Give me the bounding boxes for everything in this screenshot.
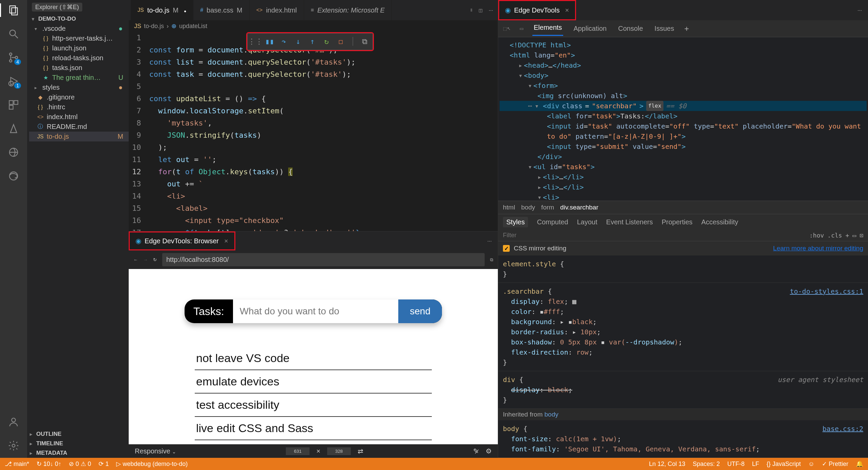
more-icon[interactable]: ⋯	[489, 8, 493, 13]
run-debug-icon[interactable]: 1	[7, 74, 20, 88]
listeners-tab[interactable]: Event Listeners	[606, 218, 653, 226]
forward-icon[interactable]: →	[143, 257, 148, 262]
edge-icon[interactable]	[7, 169, 20, 183]
eol-status[interactable]: LF	[752, 461, 759, 468]
mirror-link[interactable]: Learn more about mirror editing	[773, 245, 863, 252]
filter-input[interactable]	[503, 232, 806, 239]
split-icon[interactable]: ◫	[479, 8, 483, 13]
accessibility-tab[interactable]: Accessibility	[701, 218, 738, 226]
file-hintrc[interactable]: { }.hintrc	[29, 102, 129, 112]
tab-devtools[interactable]: ◉Edge DevTools×	[498, 0, 576, 20]
folder-styles[interactable]: styles●	[29, 83, 129, 92]
hov-toggle[interactable]: :hov	[809, 232, 824, 239]
explorer-icon[interactable]	[7, 3, 20, 17]
elements-tab[interactable]: Elements	[532, 22, 563, 36]
cls-toggle[interactable]: .cls	[827, 232, 842, 239]
prettier-status[interactable]: ✓ Prettier	[822, 460, 848, 468]
stop-icon[interactable]: ◻	[336, 37, 345, 46]
file-readme[interactable]: ⓘREADME.md	[29, 122, 129, 132]
drag-handle-icon[interactable]: ⋮⋮	[251, 37, 260, 46]
file-launch[interactable]: { }launch.json	[29, 43, 129, 53]
console-tab[interactable]: Console	[617, 23, 644, 35]
ports-status[interactable]: ⟳ 1	[99, 460, 109, 468]
styles-tab[interactable]: Styles	[503, 217, 528, 227]
wand-icon[interactable]: ✎̷	[473, 447, 479, 455]
searchbar-rule-block[interactable]: to-do-styles.css:1 .searchbar { display:…	[498, 283, 868, 371]
div-ua-block[interactable]: user agent stylesheet div { display: blo…	[498, 371, 868, 409]
computed-tab[interactable]: Computed	[537, 218, 568, 226]
settings-icon[interactable]	[7, 439, 20, 452]
properties-tab[interactable]: Properties	[662, 218, 693, 226]
debug-toolbar[interactable]: ⋮⋮ ▮▮ ↷ ↓ ↑ ↻ ◻ │ ⧉	[247, 33, 373, 50]
swap-icon[interactable]: ⇄	[358, 447, 363, 455]
feedback-icon[interactable]: ☺	[808, 461, 814, 468]
layout-tab[interactable]: Layout	[577, 218, 597, 226]
dom-breadcrumb[interactable]: htmlbodyformdiv.searchbar	[498, 201, 868, 214]
list-item[interactable]: not leave VS code	[195, 347, 432, 370]
list-item[interactable]: test accessibility	[195, 394, 432, 417]
more-icon[interactable]: ⋯	[487, 239, 492, 244]
encoding-status[interactable]: UTF-8	[727, 461, 745, 468]
project-root[interactable]: DEMO-TO-DO	[29, 14, 129, 24]
inspect-icon[interactable]: ⬚↖	[503, 26, 511, 31]
device-icon[interactable]: ▭	[852, 232, 856, 239]
source-control-icon[interactable]: 4	[7, 51, 20, 64]
remote-icon[interactable]	[7, 146, 20, 159]
indent-status[interactable]: Spaces: 2	[693, 461, 720, 468]
send-button[interactable]: send	[398, 299, 442, 323]
debug-status[interactable]: ▷ webdebug (demo-to-do)	[116, 460, 188, 468]
tab-extension[interactable]: ≡Extension: Microsoft E	[304, 0, 392, 20]
breadcrumb[interactable]: JSto-do.js›⊕updateList	[129, 20, 498, 32]
responsive-dropdown[interactable]: Responsive ⌄	[135, 447, 176, 455]
element-style-block[interactable]: element.style {}	[498, 255, 868, 283]
file-gitignore[interactable]: ◆.gitignore	[29, 92, 129, 102]
restart-icon[interactable]: ↻	[322, 37, 331, 46]
outline-section[interactable]: OUTLINE	[27, 429, 129, 439]
extensions-icon[interactable]	[7, 98, 20, 112]
height-input[interactable]	[327, 447, 351, 455]
bell-icon[interactable]: 🔔	[856, 460, 863, 468]
file-index[interactable]: <>index.html	[29, 112, 129, 122]
step-over-icon[interactable]: ↷	[279, 37, 288, 46]
screencast-icon[interactable]: ⧉	[360, 37, 369, 46]
tab-index[interactable]: <>index.html	[250, 0, 304, 20]
sync-status[interactable]: ↻ 10↓ 0↑	[37, 460, 61, 468]
more-icon[interactable]: ⋯	[858, 8, 862, 13]
code-editor[interactable]: 1234567891011121314151617 const form = d…	[129, 32, 498, 231]
list-item[interactable]: live edit CSS and Sass	[195, 417, 432, 440]
file-http-tasks[interactable]: { }http-server-tasks.j…	[29, 33, 129, 43]
tab-basecss[interactable]: #base.cssM	[193, 0, 250, 20]
browser-viewport[interactable]: Tasks: send not leave VS code emulate de…	[129, 269, 498, 444]
device-icon[interactable]: ▭	[520, 26, 524, 31]
dom-tree[interactable]: <!DOCTYPE html> <html lang="en"> <head>……	[498, 37, 868, 201]
problems-status[interactable]: ⊘ 0 ⚠ 0	[69, 460, 91, 468]
timeline-section[interactable]: TIMELINE	[27, 439, 129, 448]
file-great[interactable]: ★The great thin…U	[29, 73, 129, 83]
mirror-checkbox[interactable]: ✓	[503, 245, 510, 252]
account-icon[interactable]	[7, 415, 20, 429]
search-icon[interactable]	[7, 27, 20, 41]
address-input[interactable]	[162, 253, 485, 266]
file-tasks[interactable]: { }tasks.json	[29, 63, 129, 73]
devtools-toggle-icon[interactable]: ⧉	[490, 257, 493, 263]
tab-todo[interactable]: JSto-do.jsM	[131, 0, 193, 20]
metadata-section[interactable]: METADATA	[27, 448, 129, 458]
language-status[interactable]: {} JavaScript	[767, 461, 801, 468]
tab-browser[interactable]: ◉Edge DevTools: Browser×	[129, 231, 235, 250]
body-rule-block[interactable]: base.css:2 body { font-size: calc(1em + …	[498, 420, 868, 458]
width-input[interactable]	[286, 447, 310, 455]
step-into-icon[interactable]: ↓	[294, 37, 302, 46]
compare-icon[interactable]: ⫴	[470, 7, 472, 13]
add-tab-icon[interactable]: +	[684, 24, 689, 33]
pause-icon[interactable]: ▮▮	[265, 37, 274, 46]
file-todo[interactable]: JSto-do.jsM	[29, 132, 129, 141]
issues-tab[interactable]: Issues	[653, 23, 676, 35]
cog-icon[interactable]: ⚙	[486, 447, 492, 455]
folder-vscode[interactable]: .vscode●	[29, 24, 129, 33]
file-reload[interactable]: { }reload-tasks.json	[29, 53, 129, 63]
task-input[interactable]	[233, 299, 399, 323]
azure-icon[interactable]	[7, 122, 20, 135]
branch-status[interactable]: ⎇ main*	[5, 460, 29, 468]
more-styles-icon[interactable]: ⊡	[860, 232, 863, 239]
cursor-position[interactable]: Ln 12, Col 13	[649, 461, 685, 468]
